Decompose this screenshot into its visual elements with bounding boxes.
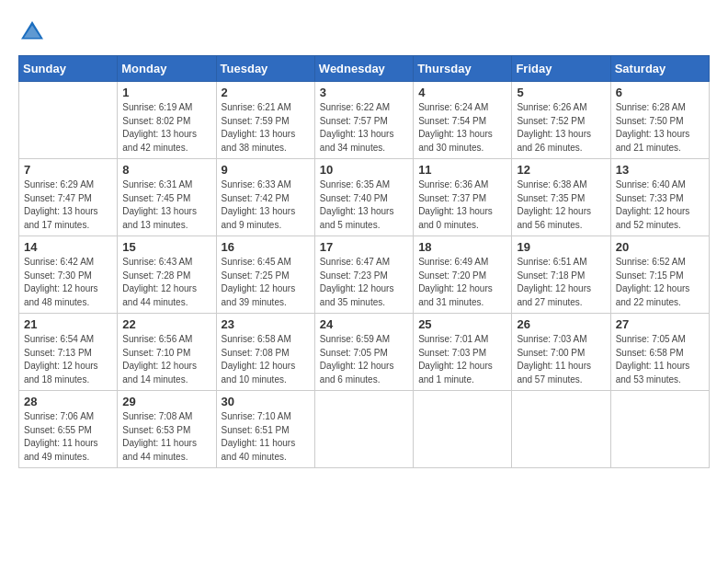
- column-header-saturday: Saturday: [610, 56, 709, 82]
- calendar-cell: 2Sunrise: 6:21 AM Sunset: 7:59 PM Daylig…: [216, 82, 314, 159]
- day-number: 2: [222, 86, 310, 99]
- day-info: Sunrise: 7:01 AM Sunset: 7:03 PM Dayligh…: [418, 333, 506, 386]
- calendar-cell: 14Sunrise: 6:42 AM Sunset: 7:30 PM Dayli…: [19, 236, 118, 314]
- day-number: 30: [222, 395, 310, 408]
- calendar-cell: 24Sunrise: 6:59 AM Sunset: 7:05 PM Dayli…: [314, 314, 413, 391]
- day-info: Sunrise: 6:29 AM Sunset: 7:47 PM Dayligh…: [24, 178, 112, 232]
- day-number: 21: [24, 317, 112, 331]
- day-info: Sunrise: 6:26 AM Sunset: 7:52 PM Dayligh…: [517, 101, 605, 155]
- day-number: 23: [222, 317, 310, 331]
- day-info: Sunrise: 6:51 AM Sunset: 7:18 PM Dayligh…: [517, 256, 605, 309]
- day-info: Sunrise: 6:19 AM Sunset: 8:02 PM Dayligh…: [122, 101, 210, 155]
- column-header-wednesday: Wednesday: [314, 56, 413, 82]
- day-number: 29: [122, 395, 210, 408]
- calendar-cell: 10Sunrise: 6:35 AM Sunset: 7:40 PM Dayli…: [314, 159, 413, 236]
- day-info: Sunrise: 6:45 AM Sunset: 7:25 PM Dayligh…: [222, 256, 310, 309]
- calendar-cell: 11Sunrise: 6:36 AM Sunset: 7:37 PM Dayli…: [414, 159, 512, 236]
- calendar-cell: 23Sunrise: 6:58 AM Sunset: 7:08 PM Dayli…: [216, 314, 314, 391]
- day-info: Sunrise: 6:28 AM Sunset: 7:50 PM Dayligh…: [616, 101, 704, 155]
- day-info: Sunrise: 6:24 AM Sunset: 7:54 PM Dayligh…: [418, 101, 506, 155]
- day-number: 27: [616, 317, 704, 331]
- day-number: 6: [616, 86, 704, 99]
- calendar-cell: 9Sunrise: 6:33 AM Sunset: 7:42 PM Daylig…: [216, 159, 314, 236]
- column-header-tuesday: Tuesday: [216, 56, 314, 82]
- calendar-cell: 6Sunrise: 6:28 AM Sunset: 7:50 PM Daylig…: [610, 82, 709, 159]
- column-header-sunday: Sunday: [19, 56, 118, 82]
- day-number: 24: [320, 317, 408, 331]
- day-number: 8: [122, 163, 210, 177]
- column-header-friday: Friday: [512, 56, 610, 82]
- calendar-week-row: 1Sunrise: 6:19 AM Sunset: 8:02 PM Daylig…: [19, 82, 710, 159]
- day-info: Sunrise: 6:31 AM Sunset: 7:45 PM Dayligh…: [122, 178, 210, 232]
- day-number: 14: [24, 240, 112, 254]
- calendar-cell: 16Sunrise: 6:45 AM Sunset: 7:25 PM Dayli…: [216, 236, 314, 314]
- day-info: Sunrise: 7:08 AM Sunset: 6:53 PM Dayligh…: [122, 410, 210, 464]
- calendar-cell: 21Sunrise: 6:54 AM Sunset: 7:13 PM Dayli…: [19, 314, 118, 391]
- calendar-header-row: SundayMondayTuesdayWednesdayThursdayFrid…: [19, 56, 710, 82]
- day-number: 28: [24, 395, 112, 408]
- day-info: Sunrise: 6:54 AM Sunset: 7:13 PM Dayligh…: [24, 333, 112, 386]
- day-number: 11: [418, 163, 506, 177]
- day-info: Sunrise: 7:06 AM Sunset: 6:55 PM Dayligh…: [24, 410, 112, 464]
- day-number: 12: [517, 163, 605, 177]
- day-number: 15: [122, 240, 210, 254]
- calendar-cell: 15Sunrise: 6:43 AM Sunset: 7:28 PM Dayli…: [118, 236, 216, 314]
- logo-icon: [18, 18, 46, 46]
- day-number: 26: [517, 317, 605, 331]
- calendar-cell: 20Sunrise: 6:52 AM Sunset: 7:15 PM Dayli…: [610, 236, 709, 314]
- calendar-cell: [610, 391, 709, 468]
- day-number: 9: [222, 163, 310, 177]
- day-info: Sunrise: 7:03 AM Sunset: 7:00 PM Dayligh…: [517, 333, 605, 386]
- calendar-cell: 13Sunrise: 6:40 AM Sunset: 7:33 PM Dayli…: [610, 159, 709, 236]
- page-header: [18, 18, 710, 46]
- day-info: Sunrise: 6:38 AM Sunset: 7:35 PM Dayligh…: [517, 178, 605, 232]
- day-info: Sunrise: 7:05 AM Sunset: 6:58 PM Dayligh…: [616, 333, 704, 386]
- calendar-cell: 7Sunrise: 6:29 AM Sunset: 7:47 PM Daylig…: [19, 159, 118, 236]
- day-info: Sunrise: 6:49 AM Sunset: 7:20 PM Dayligh…: [418, 256, 506, 309]
- day-info: Sunrise: 6:58 AM Sunset: 7:08 PM Dayligh…: [222, 333, 310, 386]
- day-number: 20: [616, 240, 704, 254]
- calendar-cell: [512, 391, 610, 468]
- calendar-cell: 22Sunrise: 6:56 AM Sunset: 7:10 PM Dayli…: [118, 314, 216, 391]
- day-info: Sunrise: 6:36 AM Sunset: 7:37 PM Dayligh…: [418, 178, 506, 232]
- calendar-cell: [414, 391, 512, 468]
- calendar-cell: 18Sunrise: 6:49 AM Sunset: 7:20 PM Dayli…: [414, 236, 512, 314]
- day-info: Sunrise: 6:35 AM Sunset: 7:40 PM Dayligh…: [320, 178, 408, 232]
- day-info: Sunrise: 6:52 AM Sunset: 7:15 PM Dayligh…: [616, 256, 704, 309]
- calendar-cell: [19, 82, 118, 159]
- calendar-cell: 29Sunrise: 7:08 AM Sunset: 6:53 PM Dayli…: [118, 391, 216, 468]
- calendar-cell: 30Sunrise: 7:10 AM Sunset: 6:51 PM Dayli…: [216, 391, 314, 468]
- day-number: 10: [320, 163, 408, 177]
- day-info: Sunrise: 6:43 AM Sunset: 7:28 PM Dayligh…: [122, 256, 210, 309]
- calendar: SundayMondayTuesdayWednesdayThursdayFrid…: [18, 55, 710, 468]
- column-header-thursday: Thursday: [414, 56, 512, 82]
- day-info: Sunrise: 7:10 AM Sunset: 6:51 PM Dayligh…: [222, 410, 310, 464]
- day-number: 17: [320, 240, 408, 254]
- day-info: Sunrise: 6:42 AM Sunset: 7:30 PM Dayligh…: [24, 256, 112, 309]
- calendar-cell: 8Sunrise: 6:31 AM Sunset: 7:45 PM Daylig…: [118, 159, 216, 236]
- calendar-week-row: 28Sunrise: 7:06 AM Sunset: 6:55 PM Dayli…: [19, 391, 710, 468]
- day-number: 3: [320, 86, 408, 99]
- day-number: 19: [517, 240, 605, 254]
- calendar-cell: 1Sunrise: 6:19 AM Sunset: 8:02 PM Daylig…: [118, 82, 216, 159]
- calendar-week-row: 7Sunrise: 6:29 AM Sunset: 7:47 PM Daylig…: [19, 159, 710, 236]
- calendar-cell: 27Sunrise: 7:05 AM Sunset: 6:58 PM Dayli…: [610, 314, 709, 391]
- day-number: 25: [418, 317, 506, 331]
- calendar-cell: 19Sunrise: 6:51 AM Sunset: 7:18 PM Dayli…: [512, 236, 610, 314]
- day-info: Sunrise: 6:21 AM Sunset: 7:59 PM Dayligh…: [222, 101, 310, 155]
- column-header-monday: Monday: [118, 56, 216, 82]
- day-info: Sunrise: 6:47 AM Sunset: 7:23 PM Dayligh…: [320, 256, 408, 309]
- day-info: Sunrise: 6:22 AM Sunset: 7:57 PM Dayligh…: [320, 101, 408, 155]
- day-number: 16: [222, 240, 310, 254]
- day-number: 13: [616, 163, 704, 177]
- calendar-cell: 28Sunrise: 7:06 AM Sunset: 6:55 PM Dayli…: [19, 391, 118, 468]
- calendar-week-row: 14Sunrise: 6:42 AM Sunset: 7:30 PM Dayli…: [19, 236, 710, 314]
- day-info: Sunrise: 6:56 AM Sunset: 7:10 PM Dayligh…: [122, 333, 210, 386]
- day-number: 7: [24, 163, 112, 177]
- day-number: 18: [418, 240, 506, 254]
- day-info: Sunrise: 6:59 AM Sunset: 7:05 PM Dayligh…: [320, 333, 408, 386]
- logo: [18, 18, 50, 46]
- calendar-cell: 26Sunrise: 7:03 AM Sunset: 7:00 PM Dayli…: [512, 314, 610, 391]
- calendar-cell: 5Sunrise: 6:26 AM Sunset: 7:52 PM Daylig…: [512, 82, 610, 159]
- day-info: Sunrise: 6:33 AM Sunset: 7:42 PM Dayligh…: [222, 178, 310, 232]
